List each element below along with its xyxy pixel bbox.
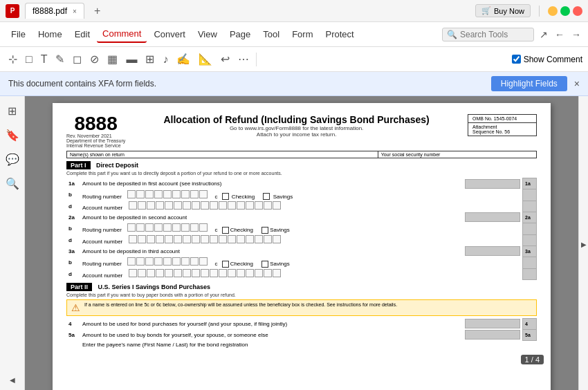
- menu-comment[interactable]: Comment: [97, 26, 147, 43]
- form-dept: Department of the Treasury: [66, 138, 125, 143]
- savings-container: Savings: [263, 194, 293, 200]
- attachment-icon[interactable]: ⊞: [143, 51, 157, 67]
- audio-icon[interactable]: ♪: [160, 52, 171, 67]
- savings-checkbox-2[interactable]: [261, 227, 268, 234]
- show-comment-checkbox[interactable]: [512, 55, 521, 64]
- comments-icon[interactable]: 💬: [3, 150, 22, 169]
- menu-home[interactable]: Home: [33, 26, 68, 42]
- field-5a: [465, 330, 520, 340]
- text-box-icon[interactable]: ▦: [104, 51, 120, 67]
- row-5a-label: 5a: [68, 332, 75, 338]
- select-icon[interactable]: ⊹: [6, 51, 20, 67]
- part2-desc: Complete this part if you want to buy pa…: [66, 292, 537, 297]
- nav-forward-icon[interactable]: →: [570, 28, 582, 41]
- signature-icon[interactable]: ✍: [174, 51, 193, 67]
- expand-right-icon[interactable]: ▶: [581, 241, 587, 248]
- part1-label: Part I: [66, 161, 91, 169]
- row-2b: b Routing number c Checking Savings: [66, 223, 537, 234]
- reply-icon[interactable]: ↩: [218, 51, 232, 67]
- row-1a-label: 1a: [68, 180, 75, 187]
- xfa-close-button[interactable]: ×: [574, 78, 580, 89]
- buy-now-button[interactable]: 🛒 Buy Now: [475, 4, 531, 17]
- menu-file[interactable]: File: [6, 26, 31, 42]
- part1-desc: Complete this part if you want us to dir…: [66, 171, 537, 176]
- row-4: 4 Amount to be used for bond purchases f…: [66, 318, 537, 329]
- form-rows: 1a Amount to be deposited in first accou…: [66, 178, 537, 280]
- row-2a-label: 2a: [68, 214, 75, 221]
- account-label: Account number: [82, 205, 122, 211]
- checking-checkbox[interactable]: [222, 193, 229, 200]
- menu-page[interactable]: Page: [224, 26, 256, 42]
- window-close-button[interactable]: [573, 6, 582, 16]
- savings-checkbox[interactable]: [263, 193, 270, 200]
- search-box[interactable]: 🔍: [442, 28, 534, 41]
- left-panel: ⊞ 🔖 💬 🔍 ◀: [0, 96, 25, 390]
- routing-field: [127, 194, 209, 200]
- row-1d: d Account number: [66, 201, 537, 212]
- row-1a-text: Amount to be deposited in first account …: [82, 180, 221, 187]
- pdf-title: Allocation of Refund (Including Savings …: [132, 114, 461, 125]
- menu-convert[interactable]: Convert: [148, 26, 191, 42]
- new-tab-button[interactable]: +: [90, 5, 104, 17]
- external-link-icon[interactable]: ↗: [538, 28, 549, 41]
- menu-tool[interactable]: Tool: [257, 26, 285, 42]
- menu-edit[interactable]: Edit: [69, 26, 95, 42]
- label-1a: 1a: [523, 178, 537, 189]
- routing-boxes: [127, 190, 208, 198]
- row-2a: 2a Amount to be deposited in second acco…: [66, 212, 537, 223]
- name-ssn-row: Name(s) shown on return Your social secu…: [66, 151, 537, 158]
- note-icon[interactable]: ▬: [123, 52, 140, 67]
- routing-field-2: [127, 227, 209, 233]
- collapse-panel-icon[interactable]: ◀: [7, 373, 18, 387]
- omb-block: OMB No. 1545-0074 Attachment Sequence No…: [468, 114, 537, 148]
- content-area: 8888 Rev. November 2021 Department of th…: [25, 96, 578, 390]
- highlight-icon[interactable]: ✎: [53, 51, 67, 67]
- bookmarks-icon[interactable]: 🔖: [3, 126, 22, 145]
- file-tab[interactable]: f8888.pdf ×: [25, 3, 84, 19]
- minimize-button[interactable]: [548, 6, 558, 16]
- highlight-fields-button[interactable]: Highlight Fields: [491, 76, 567, 91]
- search-input[interactable]: [460, 30, 529, 39]
- menu-protect[interactable]: Protect: [320, 26, 359, 42]
- field-4: [465, 319, 520, 328]
- erase-icon[interactable]: ⊘: [87, 51, 102, 67]
- row-5b-text: Enter the payee's name (First Name / Las…: [82, 342, 248, 348]
- stamp-icon[interactable]: □: [23, 52, 35, 67]
- part2-rows: 4 Amount to be used for bond purchases f…: [66, 318, 537, 349]
- page-badge: 1 / 4: [521, 355, 544, 364]
- attachment-label: Attachment Sequence No. 56: [468, 123, 537, 136]
- pdf-go-to: Go to www.irs.gov/Form8888 for the lates…: [132, 125, 461, 131]
- app-icon: P: [6, 4, 19, 18]
- show-comment-checkbox-container[interactable]: Show Comment: [512, 55, 582, 64]
- pdf-header: 8888 Rev. November 2021 Department of th…: [66, 114, 537, 148]
- row-2d: d Account number: [66, 234, 537, 245]
- text-icon[interactable]: T: [38, 52, 50, 67]
- pages-icon[interactable]: ⊞: [5, 102, 19, 120]
- menu-view[interactable]: View: [192, 26, 223, 42]
- savings-label: Savings: [273, 194, 293, 200]
- row-c-label: c: [214, 194, 217, 200]
- checking-checkbox-3[interactable]: [222, 261, 229, 268]
- xfa-banner: This document contains XFA form fields. …: [0, 72, 588, 96]
- part2-header-row: Part II U.S. Series I Savings Bond Purch…: [66, 283, 537, 291]
- search-icon: 🔍: [447, 30, 457, 39]
- row-4-label: 4: [68, 321, 71, 327]
- shape-icon[interactable]: ◻: [70, 51, 84, 67]
- checking-checkbox-2[interactable]: [222, 227, 229, 234]
- row-3a-label: 3a: [68, 248, 75, 254]
- nav-icons: ↗ ← →: [538, 28, 582, 41]
- menu-form[interactable]: Form: [286, 26, 318, 42]
- row-5b: Enter the payee's name (First Name / Las…: [66, 340, 537, 349]
- maximize-button[interactable]: [560, 6, 570, 16]
- more-icon[interactable]: ⋯: [235, 51, 252, 67]
- warning-icon: ⚠: [71, 302, 80, 313]
- nav-back-icon[interactable]: ←: [553, 28, 566, 41]
- show-comment-label: Show Comment: [524, 55, 582, 64]
- omb-number: OMB No. 1545-0074: [468, 114, 537, 123]
- part2-label: Part II: [66, 283, 92, 291]
- savings-checkbox-3[interactable]: [261, 261, 268, 268]
- close-tab-button[interactable]: ×: [73, 8, 77, 15]
- measure-icon[interactable]: 📐: [196, 51, 215, 67]
- field-3a: [465, 246, 520, 256]
- search-panel-icon[interactable]: 🔍: [3, 174, 22, 193]
